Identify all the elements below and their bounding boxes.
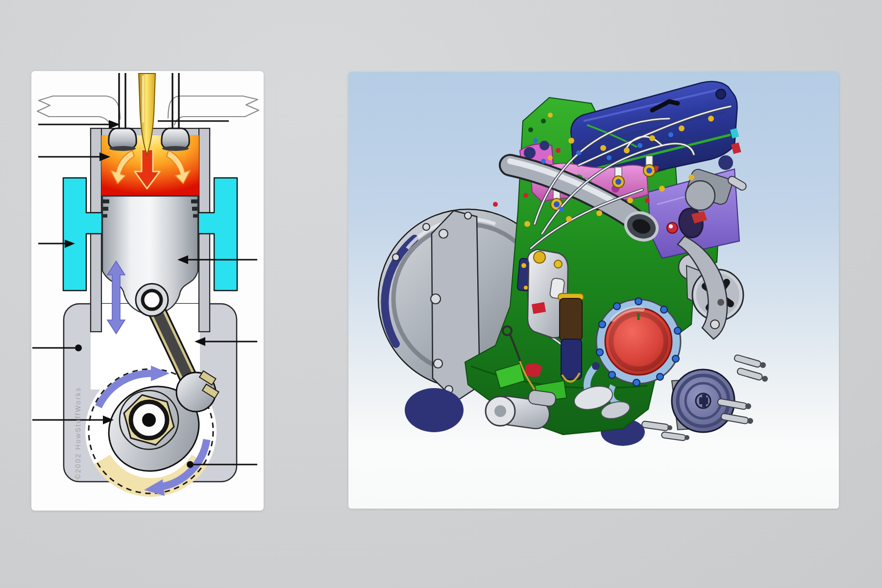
oil-cap	[716, 89, 726, 99]
diagram-panel: ©2002 HowStuffWorks	[31, 71, 264, 511]
fuel-filter	[558, 294, 584, 382]
diesel-engine-3d-render	[348, 72, 839, 509]
two-stroke-diesel-diagram: ©2002 HowStuffWorks	[31, 71, 264, 511]
watermark: ©2002 HowStuffWorks	[74, 387, 82, 479]
block-red-patch	[525, 364, 542, 377]
reciprocating-arrow-icon	[107, 261, 125, 334]
render-panel	[348, 72, 839, 509]
flywheel-bottom	[405, 388, 464, 432]
piston-pin	[136, 284, 168, 316]
